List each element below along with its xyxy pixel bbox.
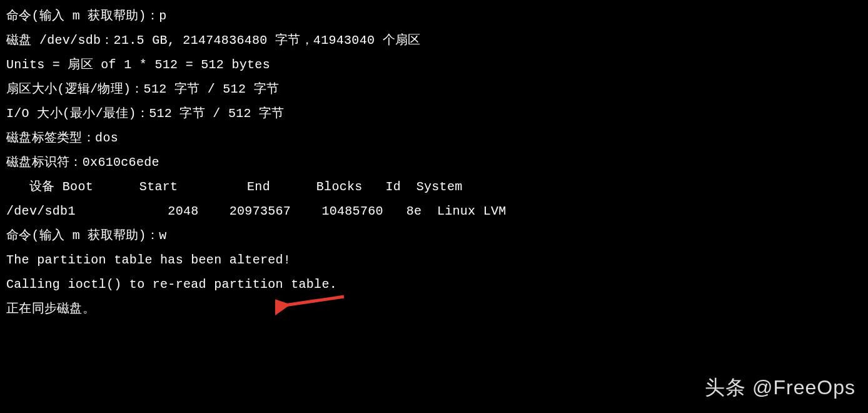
prompt-line-w: 命令(输入 m 获取帮助)：w [6, 223, 862, 248]
identifier-line: 磁盘标识符：0x610c6ede [6, 150, 862, 175]
label-type-line: 磁盘标签类型：dos [6, 126, 862, 150]
partition-table-row: /dev/sdb1 2048 20973567 10485760 8e Linu… [6, 199, 862, 223]
syncing-line: 正在同步磁盘。 [6, 297, 862, 321]
ioctl-line: Calling ioctl() to re-read partition tab… [6, 272, 862, 297]
prompt-line-p: 命令(输入 m 获取帮助)：p [6, 4, 862, 28]
partition-table-header: 设备 Boot Start End Blocks Id System [6, 175, 862, 199]
sector-size-line: 扇区大小(逻辑/物理)：512 字节 / 512 字节 [6, 77, 862, 101]
io-size-line: I/O 大小(最小/最佳)：512 字节 / 512 字节 [6, 101, 862, 126]
altered-line: The partition table has been altered! [6, 248, 862, 272]
terminal-output: 命令(输入 m 获取帮助)：p 磁盘 /dev/sdb：21.5 GB, 214… [6, 4, 862, 321]
watermark-text: 头条 @FreeOps [705, 368, 855, 407]
disk-size-line: 磁盘 /dev/sdb：21.5 GB, 21474836480 字节，4194… [6, 28, 862, 53]
units-line: Units = 扇区 of 1 * 512 = 512 bytes [6, 53, 862, 77]
